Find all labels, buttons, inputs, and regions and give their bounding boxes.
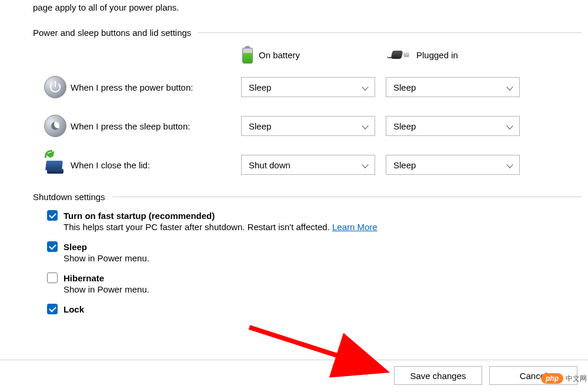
column-header-on-battery: On battery (259, 50, 300, 60)
row-label: When I press the power button: (71, 82, 241, 92)
save-changes-button[interactable]: Save changes (394, 366, 482, 385)
select-value: Sleep (249, 121, 271, 131)
select-power-plugged-in[interactable]: Sleep (386, 77, 520, 97)
checkbox-fast-startup[interactable] (47, 210, 58, 221)
chevron-down-icon (362, 84, 369, 91)
column-header-plugged-in: Plugged in (416, 50, 458, 60)
row-label: When I close the lid: (71, 160, 241, 170)
chevron-down-icon (362, 122, 369, 129)
select-value: Shut down (249, 160, 290, 170)
checkbox-label: Sleep (64, 242, 87, 252)
row-sleep-button: When I press the sleep button: Sleep Sle… (33, 111, 588, 150)
divider (112, 197, 582, 197)
select-value: Sleep (393, 82, 416, 92)
row-label: When I press the sleep button: (71, 121, 241, 131)
select-power-on-battery[interactable]: Sleep (241, 77, 375, 97)
plug-icon (387, 49, 410, 61)
checkbox-hibernate[interactable] (47, 273, 58, 283)
cancel-button[interactable]: Cancel (489, 366, 577, 385)
footer-bar: Save changes Cancel (0, 360, 588, 392)
select-value: Sleep (393, 121, 416, 131)
chevron-down-icon (362, 161, 369, 168)
checkbox-label: Hibernate (64, 273, 104, 283)
chevron-down-icon (506, 161, 513, 168)
learn-more-link[interactable]: Learn More (332, 222, 377, 232)
row-power-button: When I press the power button: Sleep Sle… (33, 72, 588, 111)
checkbox-description: Show in Power menu. (47, 252, 588, 268)
close-lid-icon (44, 156, 67, 174)
checkbox-description: Show in Power menu. (47, 283, 588, 299)
shutdown-item-hibernate: Hibernate Show in Power menu. (47, 271, 588, 303)
row-close-lid: When I close the lid: Shut down Sleep (33, 150, 588, 188)
select-value: Sleep (249, 82, 271, 92)
divider (198, 32, 582, 33)
intro-text: page apply to all of your power plans. (33, 0, 588, 24)
checkbox-description: This helps start your PC faster after sh… (47, 221, 588, 237)
select-sleep-on-battery[interactable]: Sleep (241, 116, 375, 136)
select-lid-plugged-in[interactable]: Sleep (386, 155, 520, 175)
shutdown-item-sleep: Sleep Show in Power menu. (47, 240, 588, 271)
select-sleep-plugged-in[interactable]: Sleep (386, 116, 520, 136)
checkbox-sleep[interactable] (47, 241, 58, 252)
section-title-shutdown: Shutdown settings (33, 192, 105, 202)
checkbox-label: Lock (64, 304, 84, 314)
sleep-button-icon (44, 115, 66, 137)
shutdown-item-fast-startup: Turn on fast startup (recommended) This … (47, 209, 588, 240)
select-lid-on-battery[interactable]: Shut down (241, 155, 375, 175)
checkbox-lock[interactable] (47, 304, 58, 314)
select-value: Sleep (393, 160, 416, 170)
shutdown-item-lock: Lock (47, 303, 588, 318)
battery-icon (242, 46, 253, 64)
power-button-icon (44, 76, 66, 98)
chevron-down-icon (506, 122, 513, 129)
section-title-buttons-lid: Power and sleep buttons and lid settings (33, 28, 191, 38)
chevron-down-icon (506, 84, 513, 91)
checkbox-label: Turn on fast startup (recommended) (64, 211, 215, 221)
